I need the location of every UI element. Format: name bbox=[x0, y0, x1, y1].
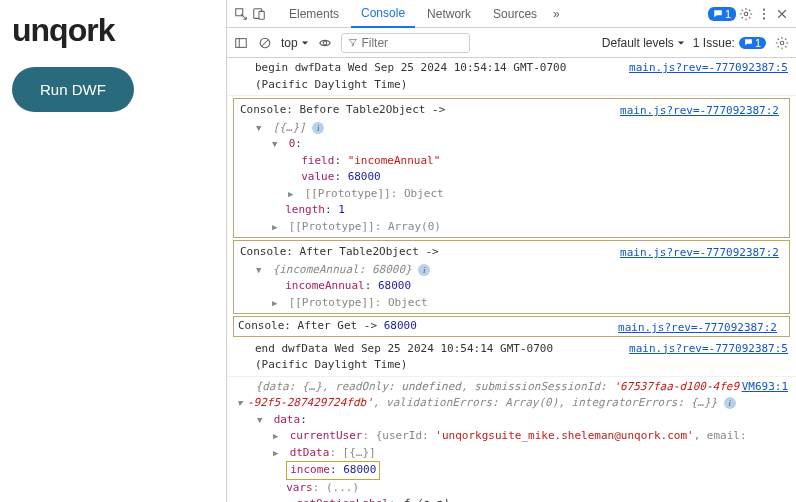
object-key: field bbox=[301, 154, 334, 167]
levels-label: Default levels bbox=[602, 36, 674, 50]
devtools-tabs: Elements Console Network Sources » 1 bbox=[227, 0, 796, 28]
issues-indicator[interactable]: 1 Issue: 1 bbox=[693, 36, 766, 50]
chat-badge[interactable]: 1 bbox=[708, 7, 736, 21]
chevron-down-icon bbox=[677, 39, 685, 47]
object-value: "incomeAnnual" bbox=[348, 154, 441, 167]
clear-console-icon[interactable] bbox=[257, 35, 273, 51]
info-icon[interactable]: i bbox=[418, 264, 430, 276]
log-text: end dwfData Wed Sep 25 2024 10:54:14 GMT… bbox=[255, 342, 553, 372]
info-icon[interactable]: i bbox=[312, 122, 324, 134]
svg-point-4 bbox=[763, 8, 765, 10]
disclosure-arrow[interactable] bbox=[256, 120, 266, 137]
highlighted-property: income: 68000 bbox=[286, 461, 380, 480]
chat-count: 1 bbox=[725, 8, 731, 20]
settings-icon[interactable] bbox=[738, 6, 754, 22]
object-key: [[Prototype]] bbox=[289, 220, 375, 233]
log-levels-selector[interactable]: Default levels bbox=[602, 36, 685, 50]
disclosure-arrow[interactable] bbox=[257, 412, 267, 429]
svg-rect-7 bbox=[236, 38, 247, 47]
disclosure-arrow[interactable] bbox=[288, 186, 298, 203]
chevron-down-icon bbox=[301, 39, 309, 47]
more-tabs-icon[interactable]: » bbox=[549, 7, 564, 21]
log-text: Console: After Get -> 68000 bbox=[238, 319, 417, 332]
tab-sources[interactable]: Sources bbox=[483, 1, 547, 27]
log-entry: begin dwfData Wed Sep 25 2024 10:54:14 G… bbox=[227, 58, 796, 96]
object-preview[interactable]: [{…}] bbox=[273, 121, 306, 134]
object-key: incomeAnnual bbox=[285, 279, 364, 292]
disclosure-arrow[interactable] bbox=[273, 428, 283, 445]
tab-console[interactable]: Console bbox=[351, 0, 415, 28]
object-preview[interactable]: {data: {…}, readOnly: undefined, submiss… bbox=[249, 380, 739, 393]
tab-network[interactable]: Network bbox=[417, 1, 481, 27]
filter-input[interactable] bbox=[361, 36, 463, 50]
context-label: top bbox=[281, 36, 298, 50]
source-link[interactable]: main.js?rev=-777092387:5 bbox=[629, 341, 788, 358]
source-link[interactable]: main.js?rev=-777092387:5 bbox=[629, 60, 788, 77]
svg-line-10 bbox=[262, 39, 269, 46]
log-entry: VM693:1 {data: {…}, readOnly: undefined,… bbox=[227, 377, 796, 503]
logo: unqork bbox=[12, 12, 214, 49]
object-value: 1 bbox=[338, 203, 345, 216]
svg-rect-2 bbox=[259, 11, 264, 19]
svg-point-3 bbox=[744, 12, 748, 16]
object-value: : Array(0) bbox=[375, 220, 441, 233]
log-group: Console: After Table2Object -> main.js?r… bbox=[233, 240, 790, 314]
object-value: : ƒ (e,n) bbox=[389, 497, 449, 502]
live-expression-icon[interactable] bbox=[317, 35, 333, 51]
log-text: begin dwfData Wed Sep 25 2024 10:54:14 G… bbox=[255, 61, 566, 91]
issue-label: 1 Issue: bbox=[693, 36, 735, 50]
object-value: : Object bbox=[375, 296, 428, 309]
console-output[interactable]: begin dwfData Wed Sep 25 2024 10:54:14 G… bbox=[227, 58, 796, 502]
disclosure-arrow[interactable] bbox=[256, 262, 266, 279]
source-link[interactable]: main.js?rev=-777092387:2 bbox=[620, 103, 779, 120]
log-text: Console: After Table2Object -> bbox=[240, 245, 439, 258]
disclosure-arrow[interactable] bbox=[237, 395, 247, 412]
disclosure-arrow[interactable] bbox=[272, 295, 282, 312]
svg-point-11 bbox=[323, 41, 327, 45]
log-group: Console: After Get -> 68000 main.js?rev=… bbox=[233, 316, 790, 337]
object-value: : (...) bbox=[313, 481, 359, 494]
disclosure-arrow[interactable] bbox=[273, 445, 283, 462]
console-settings-icon[interactable] bbox=[774, 35, 790, 51]
object-value: : Object bbox=[391, 187, 444, 200]
object-key: [[Prototype]] bbox=[289, 296, 375, 309]
filter-icon bbox=[348, 37, 358, 48]
object-value: : {userId: 'unqorkgsuite_mike.sheleman@u… bbox=[362, 429, 746, 442]
svg-point-6 bbox=[763, 17, 765, 19]
disclosure-arrow[interactable] bbox=[272, 219, 282, 236]
sidebar-toggle-icon[interactable] bbox=[233, 35, 249, 51]
object-key: length bbox=[285, 203, 325, 216]
source-link[interactable]: VM693:1 bbox=[742, 379, 788, 396]
disclosure-arrow[interactable] bbox=[272, 136, 282, 153]
source-link[interactable]: main.js?rev=-777092387:2 bbox=[618, 320, 777, 337]
object-key: [[Prototype]] bbox=[305, 187, 391, 200]
object-key: dtData bbox=[290, 446, 330, 459]
object-value: : [{…}] bbox=[329, 446, 375, 459]
object-key: vars bbox=[286, 481, 313, 494]
svg-point-12 bbox=[780, 41, 784, 45]
source-link[interactable]: main.js?rev=-777092387:2 bbox=[620, 245, 779, 262]
object-key: 0 bbox=[289, 137, 296, 150]
object-key: data bbox=[274, 413, 301, 426]
log-text: Console: Before Table2Object -> bbox=[240, 103, 445, 116]
svg-point-5 bbox=[763, 12, 765, 14]
tab-elements[interactable]: Elements bbox=[279, 1, 349, 27]
inspect-icon[interactable] bbox=[233, 6, 249, 22]
device-icon[interactable] bbox=[251, 6, 267, 22]
console-toolbar: top Default levels 1 Issue: 1 bbox=[227, 28, 796, 58]
log-entry: end dwfData Wed Sep 25 2024 10:54:14 GMT… bbox=[227, 339, 796, 377]
info-icon[interactable]: i bbox=[724, 397, 736, 409]
chat-icon bbox=[744, 38, 753, 47]
log-group: Console: Before Table2Object -> main.js?… bbox=[233, 98, 790, 238]
run-dwf-button[interactable]: Run DWF bbox=[12, 67, 134, 112]
devtools-panel: Elements Console Network Sources » 1 top… bbox=[226, 0, 796, 502]
disclosure-arrow[interactable] bbox=[273, 496, 283, 502]
filter-input-wrapper[interactable] bbox=[341, 33, 471, 53]
kebab-icon[interactable] bbox=[756, 6, 772, 22]
object-key: _getOptionLabel bbox=[290, 497, 389, 502]
context-selector[interactable]: top bbox=[281, 36, 309, 50]
object-preview[interactable]: {incomeAnnual: 68000} bbox=[273, 263, 412, 276]
object-value: 68000 bbox=[378, 279, 411, 292]
close-icon[interactable] bbox=[774, 6, 790, 22]
object-value: 68000 bbox=[348, 170, 381, 183]
